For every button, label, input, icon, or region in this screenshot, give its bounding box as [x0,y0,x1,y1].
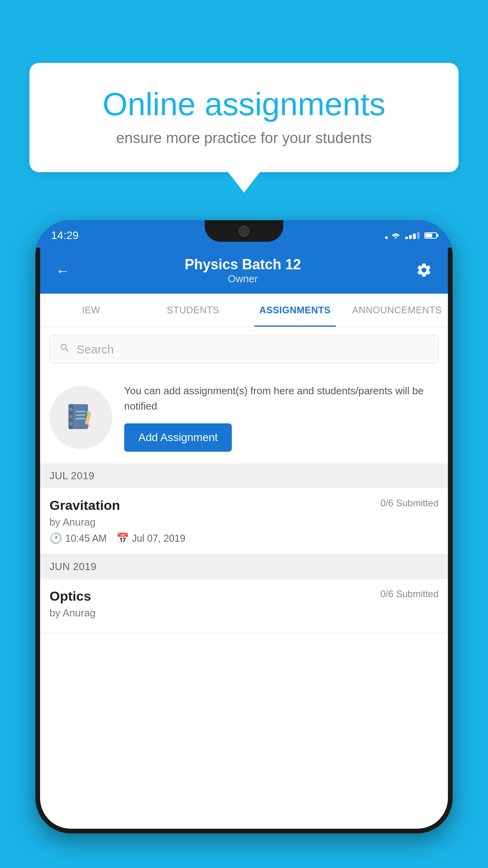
tab-iew[interactable]: IEW [40,294,142,327]
assignment-name-gravitation: Gravitation [50,498,120,513]
bubble-title: Online assignments [57,86,431,122]
app-screen: ← Physics Batch 12 Owner IEW STUDENTS [40,248,448,829]
svg-point-0 [395,237,396,239]
status-time: 14:29 [51,226,79,242]
section-header-jul: JUL 2019 [40,463,448,488]
assignment-item-optics[interactable]: Optics 0/6 Submitted by Anurag [40,579,448,633]
app-header: ← Physics Batch 12 Owner [40,248,448,294]
assignment-submitted-gravitation: 0/6 Submitted [380,498,438,509]
assignment-date-gravitation: 📅 Jul 07, 2019 [116,532,185,544]
assignment-icon-circle [50,386,112,449]
add-assignment-button[interactable]: Add Assignment [124,423,232,452]
search-container: Search [40,327,448,371]
tab-assignments[interactable]: ASSIGNMENTS [244,294,346,327]
assignment-submitted-optics: 0/6 Submitted [380,588,438,600]
phone-frame: 14:29 [35,220,453,833]
tab-students[interactable]: STUDENTS [142,294,244,327]
assignment-name-optics: Optics [50,588,91,604]
header-title: Physics Batch 12 [185,256,301,273]
assignment-item-gravitation[interactable]: Gravitation 0/6 Submitted by Anurag 🕐 10… [40,488,448,554]
tabs-bar: IEW STUDENTS ASSIGNMENTS ANNOUNCEMENTS [40,294,448,327]
phone-notch [205,220,283,242]
empty-state-description: You can add assignment(s) from here and … [124,383,438,414]
search-icon [59,342,70,356]
assignment-meta-gravitation: 🕐 10:45 AM 📅 Jul 07, 2019 [50,532,438,544]
phone-container: 14:29 [35,220,453,868]
wifi-icon [385,232,400,239]
header-subtitle: Owner [185,273,301,285]
section-header-jun: JUN 2019 [40,554,448,579]
search-bar[interactable]: Search [50,335,438,364]
tab-announcements[interactable]: ANNOUNCEMENTS [346,294,448,327]
svg-rect-6 [76,411,86,412]
assignment-by-optics: by Anurag [50,607,438,619]
svg-point-5 [69,422,73,425]
clock-icon: 🕐 [50,532,62,544]
header-title-block: Physics Batch 12 Owner [185,256,301,285]
status-icons [385,229,437,239]
speech-bubble: Online assignments ensure more practice … [29,63,459,172]
settings-button[interactable] [416,262,432,280]
calendar-icon: 📅 [116,532,129,544]
notebook-icon [63,400,99,435]
svg-rect-7 [76,414,86,416]
svg-point-3 [69,408,73,411]
assignment-by-gravitation: by Anurag [50,516,438,528]
assignment-time-gravitation: 🕐 10:45 AM [50,532,107,544]
speech-bubble-container: Online assignments ensure more practice … [29,63,459,172]
svg-point-4 [69,415,73,418]
battery-icon [424,232,437,239]
svg-rect-8 [76,418,86,419]
bubble-subtitle: ensure more practice for your students [57,130,431,147]
search-placeholder: Search [77,343,114,356]
empty-state-content: You can add assignment(s) from here and … [124,383,438,452]
back-button[interactable]: ← [56,263,70,279]
signal-icon [405,232,420,239]
phone-camera [238,226,250,237]
gear-icon [416,262,432,278]
empty-state: You can add assignment(s) from here and … [40,371,448,463]
